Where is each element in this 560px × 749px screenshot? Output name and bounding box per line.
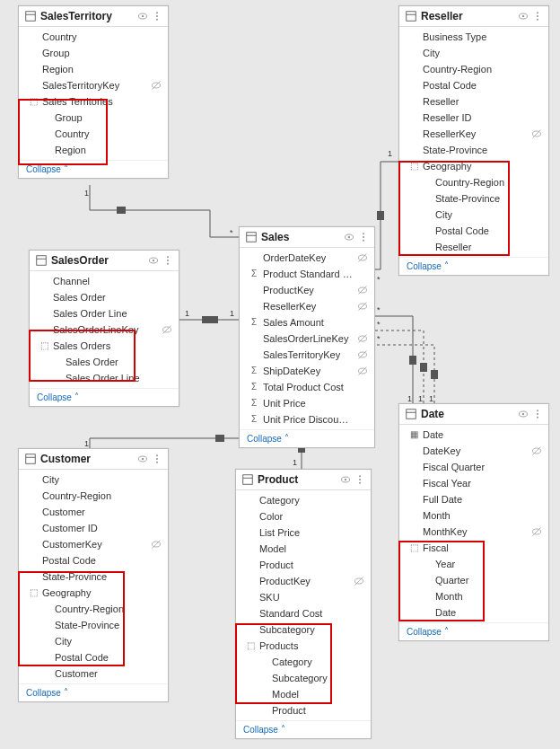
field-row[interactable]: ProductKey xyxy=(236,573,371,589)
field-row[interactable]: Business Type xyxy=(399,29,548,45)
field-row[interactable]: Fiscal Quarter xyxy=(399,459,548,475)
eye-icon[interactable] xyxy=(344,232,354,242)
field-row[interactable]: City xyxy=(399,207,548,223)
field-row[interactable]: Group xyxy=(19,110,168,126)
field-row[interactable]: Fiscal Year xyxy=(399,475,548,491)
field-row[interactable]: Region xyxy=(19,142,168,158)
table-header[interactable]: Product xyxy=(236,470,371,490)
field-row[interactable]: ResellerKey xyxy=(399,126,548,142)
field-row[interactable]: City xyxy=(399,45,548,61)
field-row[interactable]: SKU xyxy=(236,589,371,605)
table-header[interactable]: SalesOrder xyxy=(30,251,179,271)
field-row[interactable]: ResellerKey xyxy=(240,298,374,314)
field-row[interactable]: ProductKey xyxy=(240,282,374,298)
field-row[interactable]: MonthKey xyxy=(399,524,548,540)
field-row[interactable]: ΣProduct Standard Cost xyxy=(240,266,374,282)
field-row[interactable]: Sales Order Line xyxy=(30,305,179,322)
field-row[interactable]: Group xyxy=(19,45,168,61)
field-row[interactable]: Date xyxy=(399,604,548,621)
field-row[interactable]: Channel xyxy=(30,273,179,289)
field-row[interactable]: Reseller xyxy=(399,93,548,110)
field-row[interactable]: Subcategory xyxy=(236,670,371,686)
field-row[interactable]: State-Province xyxy=(399,190,548,207)
field-row[interactable]: SalesOrderLineKey xyxy=(30,322,179,338)
field-row[interactable]: Country-Region xyxy=(19,488,168,504)
field-row[interactable]: City xyxy=(19,471,168,488)
eye-icon[interactable] xyxy=(137,454,148,464)
more-icon[interactable] xyxy=(532,409,543,419)
table-product[interactable]: Product CategoryColorList PriceModelProd… xyxy=(235,469,372,739)
field-row[interactable]: Sales Order Line xyxy=(30,370,179,386)
field-row[interactable]: ΣUnit Price Discount Pct xyxy=(240,411,374,427)
field-row[interactable]: Quarter xyxy=(399,572,548,588)
field-row[interactable]: Category xyxy=(236,492,371,508)
table-header[interactable]: Reseller xyxy=(399,6,548,27)
field-row[interactable]: Standard Cost xyxy=(236,605,371,621)
table-sales-order[interactable]: SalesOrder ChannelSales OrderSales Order… xyxy=(29,250,179,407)
model-diagram-canvas[interactable]: 1 * 1 * 1 1 1 * 1 * 1 1 1 * * * SalesTer… xyxy=(0,0,560,749)
more-icon[interactable] xyxy=(162,255,173,266)
table-date[interactable]: Date ▦DateDateKeyFiscal QuarterFiscal Ye… xyxy=(398,403,549,641)
field-row[interactable]: Postal Code xyxy=(399,77,548,93)
collapse-link[interactable]: Collapse ˄ xyxy=(236,720,371,738)
field-row[interactable]: ⬚Fiscal xyxy=(399,540,548,556)
field-row[interactable]: Customer ID xyxy=(19,520,168,536)
table-header[interactable]: SalesTerritory xyxy=(19,6,168,27)
collapse-link[interactable]: Collapse ˄ xyxy=(240,429,374,447)
field-row[interactable]: Country xyxy=(19,126,168,142)
collapse-link[interactable]: Collapse ˄ xyxy=(30,388,179,406)
field-row[interactable]: Customer xyxy=(19,665,168,682)
field-row[interactable]: Postal Code xyxy=(399,223,548,239)
field-row[interactable]: Year xyxy=(399,556,548,572)
more-icon[interactable] xyxy=(532,11,543,22)
field-row[interactable]: DateKey xyxy=(399,443,548,459)
eye-icon[interactable] xyxy=(518,11,529,22)
table-header[interactable]: Sales xyxy=(240,227,374,248)
field-row[interactable]: Model xyxy=(236,541,371,557)
collapse-link[interactable]: Collapse ˄ xyxy=(19,160,168,178)
field-row[interactable]: Full Date xyxy=(399,491,548,507)
more-icon[interactable] xyxy=(152,11,162,22)
eye-icon[interactable] xyxy=(148,255,159,266)
field-row[interactable]: ▦Date xyxy=(399,427,548,443)
field-row[interactable]: Sales Order xyxy=(30,289,179,305)
field-row[interactable]: ⬚Sales Orders xyxy=(30,338,179,354)
field-row[interactable]: Month xyxy=(399,507,548,524)
field-row[interactable]: Model xyxy=(236,686,371,702)
field-row[interactable]: Region xyxy=(19,61,168,77)
field-row[interactable]: SalesTerritoryKey xyxy=(19,77,168,93)
field-row[interactable]: ⬚Geography xyxy=(399,158,548,174)
field-row[interactable]: City xyxy=(19,633,168,649)
table-reseller[interactable]: Reseller Business TypeCityCountry-Region… xyxy=(398,5,549,276)
field-row[interactable]: OrderDateKey xyxy=(240,250,374,266)
collapse-link[interactable]: Collapse ˄ xyxy=(399,622,548,640)
field-row[interactable]: Country-Region xyxy=(399,174,548,190)
eye-icon[interactable] xyxy=(340,474,351,485)
table-sales-territory[interactable]: SalesTerritory CountryGroupRegionSalesTe… xyxy=(18,5,169,179)
field-row[interactable]: ΣUnit Price xyxy=(240,395,374,411)
field-row[interactable]: ⬚Sales Territories xyxy=(19,93,168,110)
field-row[interactable]: Country-Region xyxy=(399,61,548,77)
field-row[interactable]: Subcategory xyxy=(236,621,371,638)
table-sales[interactable]: Sales OrderDateKeyΣProduct Standard Cost… xyxy=(239,226,375,448)
field-row[interactable]: Sales Order xyxy=(30,354,179,370)
field-row[interactable]: ⬚Products xyxy=(236,638,371,654)
field-row[interactable]: ΣShipDateKey xyxy=(240,363,374,379)
field-row[interactable]: Category xyxy=(236,654,371,670)
table-customer[interactable]: Customer CityCountry-RegionCustomerCusto… xyxy=(18,448,169,702)
field-row[interactable]: Color xyxy=(236,508,371,524)
field-row[interactable]: Country-Region xyxy=(19,601,168,617)
collapse-link[interactable]: Collapse ˄ xyxy=(399,257,548,275)
field-row[interactable]: ΣSales Amount xyxy=(240,314,374,330)
field-row[interactable]: Postal Code xyxy=(19,552,168,568)
field-row[interactable]: State-Province xyxy=(399,142,548,158)
eye-icon[interactable] xyxy=(518,409,529,419)
field-row[interactable]: State-Province xyxy=(19,617,168,633)
field-row[interactable]: ΣTotal Product Cost xyxy=(240,379,374,395)
field-row[interactable]: Product xyxy=(236,557,371,573)
field-row[interactable]: Country xyxy=(19,29,168,45)
table-header[interactable]: Date xyxy=(399,404,548,425)
more-icon[interactable] xyxy=(358,232,369,242)
table-header[interactable]: Customer xyxy=(19,449,168,470)
field-row[interactable]: Reseller ID xyxy=(399,110,548,126)
